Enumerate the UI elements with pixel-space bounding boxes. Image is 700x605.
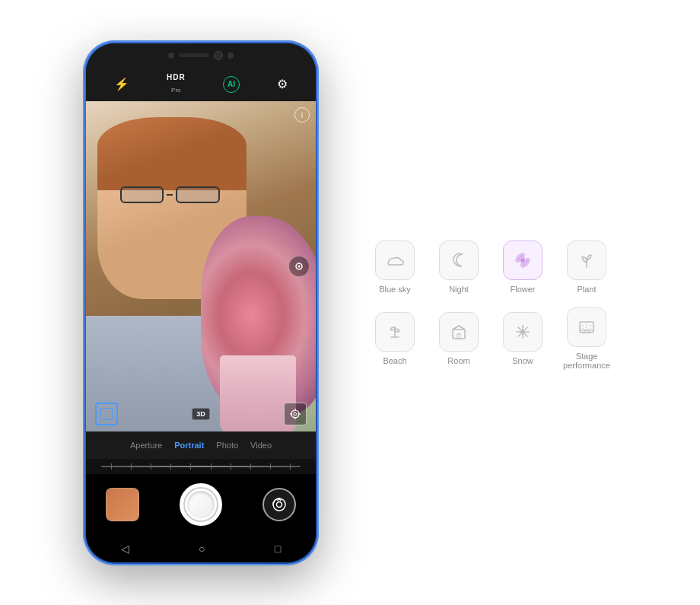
hdr-text: HDR bbox=[167, 73, 186, 81]
flower-label: Flower bbox=[510, 285, 535, 294]
mode-photo[interactable]: Photo bbox=[216, 441, 238, 450]
camera-controls-overlay bbox=[288, 256, 310, 277]
front-camera-area bbox=[168, 51, 234, 60]
face-scan-button[interactable] bbox=[284, 403, 307, 425]
svg-rect-28 bbox=[584, 330, 589, 333]
scene-beach[interactable]: Beach bbox=[364, 304, 425, 373]
hdr-button[interactable]: HDR Pro bbox=[167, 73, 186, 95]
room-label: Room bbox=[447, 356, 469, 365]
slider-track bbox=[101, 466, 301, 467]
scene-room[interactable]: Room bbox=[428, 304, 489, 373]
scene-plant[interactable]: Plant bbox=[556, 233, 617, 301]
tick bbox=[190, 463, 191, 470]
shutter-dot bbox=[187, 491, 215, 518]
flower-arrangement bbox=[201, 216, 316, 414]
flash-icon[interactable]: ⚡ bbox=[114, 77, 129, 91]
flower-icon bbox=[503, 240, 542, 280]
slider-ticks bbox=[101, 463, 301, 470]
blue-sky-icon bbox=[375, 240, 415, 280]
night-icon bbox=[439, 240, 479, 280]
tick bbox=[131, 463, 132, 470]
front-sensor2-icon bbox=[228, 53, 234, 59]
viewfinder[interactable]: i bbox=[86, 101, 316, 431]
gallery-thumbnail[interactable] bbox=[106, 488, 139, 521]
tick bbox=[111, 463, 112, 470]
grid-button[interactable] bbox=[95, 403, 118, 425]
mode-aperture[interactable]: Aperture bbox=[130, 441, 162, 450]
night-label: Night bbox=[449, 285, 469, 294]
info-button[interactable]: i bbox=[294, 107, 310, 123]
zoom-control[interactable] bbox=[288, 256, 310, 277]
camera-slider-bar[interactable] bbox=[86, 459, 316, 474]
svg-rect-20 bbox=[457, 334, 460, 339]
scene-blue-sky[interactable]: Blue sky bbox=[364, 233, 425, 301]
flower-bunch bbox=[201, 216, 316, 414]
snow-icon bbox=[503, 312, 542, 352]
svg-point-3 bbox=[294, 412, 297, 416]
front-camera-lens bbox=[214, 51, 223, 60]
selfie-flip-button[interactable] bbox=[262, 488, 296, 521]
home-nav-icon[interactable]: ○ bbox=[199, 543, 205, 555]
front-sensor-icon bbox=[168, 53, 174, 59]
ai-button[interactable]: AI bbox=[223, 76, 240, 93]
scene-stage-performance[interactable]: Stage performance bbox=[556, 304, 617, 373]
camera-bottom-row: 3D bbox=[86, 403, 316, 425]
shutter-inner bbox=[183, 487, 218, 522]
grid-inner bbox=[100, 408, 113, 420]
navigation-bar: ◁ ○ □ bbox=[86, 535, 316, 562]
speaker-grille bbox=[179, 53, 209, 57]
camera-screen: ⚡ HDR Pro AI ⚙ bbox=[86, 68, 316, 562]
scene-night[interactable]: Night bbox=[428, 233, 489, 301]
tick bbox=[231, 463, 231, 470]
page-container: ⚡ HDR Pro AI ⚙ bbox=[0, 0, 700, 605]
svg-point-2 bbox=[291, 410, 299, 418]
svg-point-1 bbox=[298, 265, 301, 267]
tick bbox=[211, 463, 212, 470]
glass-lens-left bbox=[120, 186, 164, 203]
camera-bottom-actions bbox=[86, 474, 316, 535]
plant-icon bbox=[567, 240, 606, 280]
scene-flower[interactable]: Flower bbox=[492, 233, 553, 301]
phone-inner: ⚡ HDR Pro AI ⚙ bbox=[86, 43, 316, 562]
tick bbox=[151, 463, 151, 470]
tick bbox=[250, 463, 251, 470]
tick bbox=[290, 463, 291, 470]
plant-label: Plant bbox=[577, 285, 596, 294]
phone-top-bar bbox=[86, 43, 316, 68]
phone-shell: ⚡ HDR Pro AI ⚙ bbox=[83, 40, 319, 565]
mode-video[interactable]: Video bbox=[250, 441, 272, 450]
pro-text: Pro bbox=[171, 87, 180, 94]
scene-snow[interactable]: Snow bbox=[492, 304, 553, 373]
snow-label: Snow bbox=[512, 356, 533, 365]
tick bbox=[170, 463, 171, 470]
room-icon bbox=[439, 312, 479, 352]
stage-icon bbox=[567, 307, 606, 347]
svg-point-9 bbox=[276, 502, 282, 507]
glasses bbox=[120, 186, 224, 219]
mode-portrait[interactable]: Portrait bbox=[174, 441, 204, 450]
recents-nav-icon[interactable]: □ bbox=[275, 543, 281, 555]
photo-content bbox=[86, 101, 316, 431]
blue-sky-label: Blue sky bbox=[379, 285, 411, 294]
glass-bridge bbox=[167, 194, 173, 196]
beach-label: Beach bbox=[383, 356, 406, 365]
beach-icon bbox=[375, 312, 415, 352]
tick bbox=[270, 463, 271, 470]
3d-badge[interactable]: 3D bbox=[192, 408, 210, 420]
stage-performance-label: Stage performance bbox=[556, 352, 617, 370]
settings-icon[interactable]: ⚙ bbox=[277, 77, 288, 91]
scene-recognition-grid: Blue sky Night bbox=[364, 233, 617, 373]
shutter-button[interactable] bbox=[180, 483, 222, 526]
glass-lens-right bbox=[176, 186, 220, 203]
back-nav-icon[interactable]: ◁ bbox=[121, 543, 129, 555]
camera-top-bar: ⚡ HDR Pro AI ⚙ bbox=[86, 68, 316, 101]
camera-mode-bar: Aperture Portrait Photo Video bbox=[86, 431, 316, 459]
hair bbox=[97, 117, 247, 189]
